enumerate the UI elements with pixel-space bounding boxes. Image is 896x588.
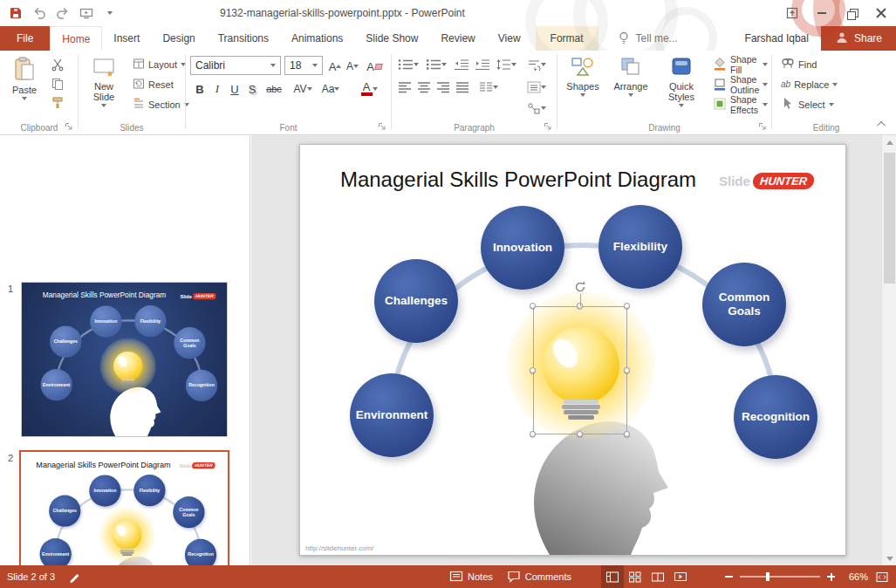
resize-handle-e[interactable]: [624, 367, 630, 373]
tab-insert[interactable]: Insert: [102, 26, 151, 51]
zoom-level[interactable]: 66%: [842, 571, 868, 582]
numbering-icon[interactable]: [424, 56, 448, 73]
signed-in-user[interactable]: Farshad Iqbal: [733, 26, 821, 51]
shape-outline-button[interactable]: Shape Outline: [710, 75, 770, 93]
shrink-font-button[interactable]: A: [344, 57, 361, 76]
normal-view-icon[interactable]: [601, 565, 624, 588]
comments-button[interactable]: Comments: [500, 565, 578, 588]
new-slide-button[interactable]: New Slide: [81, 52, 127, 107]
clear-formatting-button[interactable]: A: [363, 57, 386, 76]
shapes-button[interactable]: Shapes: [560, 52, 605, 97]
slide-sorter-icon[interactable]: [624, 565, 646, 588]
grow-font-button[interactable]: A: [326, 57, 344, 76]
bubble-challenges[interactable]: Challenges: [374, 259, 458, 343]
align-text-icon[interactable]: [522, 79, 551, 96]
bubble-innovation[interactable]: Innovation: [481, 206, 564, 290]
paste-button[interactable]: Paste: [5, 52, 44, 100]
save-icon[interactable]: [5, 3, 26, 24]
redo-icon[interactable]: [52, 3, 73, 24]
columns-icon[interactable]: [476, 79, 501, 96]
tab-slide-show[interactable]: Slide Show: [354, 26, 429, 51]
slide-counter[interactable]: Slide 2 of 3: [0, 565, 62, 588]
clipboard-dialog-launcher[interactable]: [64, 121, 74, 132]
replace-button[interactable]: ab Replace: [778, 75, 840, 93]
change-case-button[interactable]: Aa: [318, 79, 344, 99]
tab-transitions[interactable]: Transitions: [207, 26, 280, 51]
font-color-button[interactable]: A: [356, 79, 382, 99]
select-button[interactable]: Select: [778, 95, 837, 113]
notes-button[interactable]: Notes: [442, 565, 500, 588]
font-family-select[interactable]: Calibri: [190, 56, 281, 75]
bold-button[interactable]: B: [192, 79, 208, 99]
zoom-in-icon[interactable]: [827, 573, 835, 581]
zoom-slider-thumb[interactable]: [766, 572, 769, 581]
rotate-handle-icon[interactable]: [573, 280, 587, 294]
increase-indent-icon[interactable]: [473, 56, 492, 73]
slide-editing-canvas[interactable]: Managerial Skills PowerPoint Diagram Sli…: [251, 135, 881, 565]
format-painter-icon[interactable]: [47, 94, 68, 112]
resize-handle-ne[interactable]: [624, 303, 630, 309]
reset-button[interactable]: Reset: [130, 75, 176, 93]
tab-design[interactable]: Design: [151, 26, 206, 51]
italic-button[interactable]: I: [209, 79, 225, 99]
resize-handle-nw[interactable]: [530, 303, 536, 309]
tab-format[interactable]: Format: [536, 26, 598, 51]
share-button[interactable]: Share: [821, 26, 896, 51]
tab-home[interactable]: Home: [50, 26, 102, 51]
fit-to-window-icon[interactable]: [868, 565, 896, 588]
underline-button[interactable]: U: [227, 79, 243, 99]
scroll-up-icon[interactable]: [882, 135, 896, 149]
zoom-out-icon[interactable]: [725, 576, 733, 578]
slidehunter-logo[interactable]: SlideHUNTER: [719, 173, 814, 189]
restore-button[interactable]: [837, 0, 866, 26]
copy-icon[interactable]: [47, 75, 68, 92]
current-slide[interactable]: Managerial Skills PowerPoint Diagram Sli…: [299, 144, 846, 556]
collapse-ribbon-icon[interactable]: [875, 119, 889, 129]
ribbon-display-options-icon[interactable]: [777, 0, 807, 26]
slideshow-view-icon[interactable]: [669, 565, 692, 588]
slide-thumbnail-1[interactable]: Managerial Skills PowerPoint Diagram Sli…: [21, 282, 228, 437]
reading-view-icon[interactable]: [646, 565, 669, 588]
shape-effects-button[interactable]: Shape Effects: [710, 95, 770, 113]
tab-review[interactable]: Review: [429, 26, 486, 51]
align-left-icon[interactable]: [396, 79, 414, 96]
strikethrough-button[interactable]: abc: [262, 79, 286, 99]
drawing-dialog-launcher[interactable]: [757, 121, 768, 132]
align-right-icon[interactable]: [434, 79, 452, 96]
find-button[interactable]: Find: [778, 55, 819, 73]
scrollbar-thumb[interactable]: [884, 153, 895, 284]
vertical-scrollbar[interactable]: [881, 135, 896, 565]
font-size-select[interactable]: 18: [284, 56, 323, 75]
arrange-button[interactable]: Arrange: [607, 52, 654, 97]
tell-me-box[interactable]: Tell me...: [605, 26, 689, 51]
resize-handle-s[interactable]: [577, 431, 583, 437]
minimize-button[interactable]: [807, 0, 837, 26]
zoom-slider[interactable]: [740, 576, 820, 578]
paragraph-dialog-launcher[interactable]: [543, 121, 553, 132]
font-dialog-launcher[interactable]: [377, 121, 387, 132]
start-slideshow-icon[interactable]: [76, 3, 97, 24]
bubble-recognition[interactable]: Recognition: [734, 375, 817, 459]
text-shadow-button[interactable]: S: [244, 79, 260, 99]
layout-button[interactable]: Layout: [130, 55, 188, 73]
cut-icon[interactable]: [47, 56, 68, 73]
character-spacing-button[interactable]: AV: [290, 79, 316, 99]
customize-qat-icon[interactable]: [99, 3, 120, 24]
resize-handle-se[interactable]: [624, 431, 630, 437]
text-direction-icon[interactable]: [522, 56, 551, 73]
bubble-environment[interactable]: Environment: [350, 373, 434, 457]
ink-pen-icon[interactable]: [62, 565, 88, 588]
bubble-common-goals[interactable]: Common Goals: [702, 263, 786, 346]
resize-handle-sw[interactable]: [530, 431, 536, 437]
scroll-down-icon[interactable]: [882, 551, 896, 565]
section-button[interactable]: Section: [130, 95, 192, 113]
convert-smartart-icon[interactable]: [522, 99, 551, 117]
justify-icon[interactable]: [454, 79, 471, 96]
undo-icon[interactable]: [29, 3, 50, 24]
bullets-icon[interactable]: [396, 56, 421, 73]
tab-view[interactable]: View: [487, 26, 532, 51]
tab-file[interactable]: File: [0, 26, 50, 51]
resize-handle-w[interactable]: [530, 367, 536, 373]
quick-styles-button[interactable]: Quick Styles: [656, 52, 707, 107]
align-center-icon[interactable]: [415, 79, 433, 96]
